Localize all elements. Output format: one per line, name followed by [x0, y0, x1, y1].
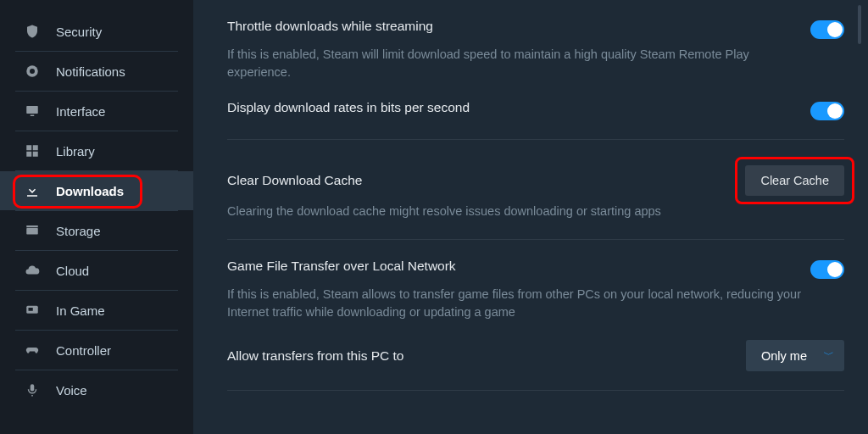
setting-allow-transfers-from: Allow transfers from this PC to Only me … [227, 321, 844, 371]
bell-badge-icon [24, 63, 41, 80]
toggle-knob [827, 22, 843, 37]
svg-rect-2 [26, 106, 38, 114]
svg-rect-9 [26, 225, 38, 227]
sidebar-item-in-game[interactable]: In Game [0, 291, 193, 330]
select-value: Only me [761, 349, 807, 363]
toggle-knob [827, 262, 843, 277]
toggle-bits[interactable] [810, 102, 844, 120]
svg-rect-7 [33, 152, 38, 157]
setting-throttle-while-streaming: Throttle downloads while streaming If th… [227, 0, 844, 81]
clear-cache-button[interactable]: Clear Cache [745, 165, 844, 196]
settings-content: Throttle downloads while streaming If th… [193, 0, 868, 434]
setting-description: Clearing the download cache might resolv… [227, 196, 804, 220]
allow-transfers-select[interactable]: Only me 〉 [746, 340, 844, 371]
setting-game-file-transfer: Game File Transfer over Local Network If… [227, 240, 844, 321]
microphone-icon [24, 381, 41, 398]
sidebar-item-storage[interactable]: Storage [0, 211, 193, 250]
download-icon [24, 182, 41, 199]
sidebar-item-label: In Game [56, 303, 105, 318]
grid-icon [24, 142, 41, 159]
shield-icon [24, 23, 41, 40]
chevron-down-icon: 〉 [821, 351, 835, 361]
svg-point-1 [30, 69, 35, 74]
sidebar-item-label: Security [56, 25, 102, 39]
sidebar-item-label: Storage [56, 224, 101, 238]
sidebar-item-label: Notifications [56, 64, 125, 79]
sidebar-item-label: Voice [56, 383, 87, 398]
cloud-sync-icon [24, 262, 41, 279]
setting-clear-download-cache: Clear Download Cache Clear Cache Clearin… [227, 140, 844, 220]
gamepad-icon [24, 342, 41, 359]
monitor-icon [24, 103, 41, 120]
setting-title: Allow transfers from this PC to [227, 348, 403, 364]
setting-title: Game File Transfer over Local Network [227, 259, 456, 274]
sidebar-item-label: Library [56, 144, 95, 159]
svg-rect-12 [31, 384, 35, 391]
sidebar-item-library[interactable]: Library [0, 131, 193, 170]
svg-rect-8 [26, 228, 38, 235]
setting-display-rates-bits: Display download rates in bits per secon… [227, 81, 844, 120]
toggle-game-file-transfer[interactable] [810, 260, 844, 279]
sidebar-item-downloads[interactable]: Downloads [0, 171, 193, 210]
sidebar-item-label: Controller [56, 343, 111, 358]
settings-window: Security Notifications Interface Library… [0, 0, 868, 434]
toggle-knob [827, 103, 843, 119]
sidebar-item-controller[interactable]: Controller [0, 331, 193, 370]
separator [227, 390, 844, 391]
svg-rect-6 [26, 152, 31, 157]
scrollbar[interactable] [858, 5, 861, 429]
sidebar-item-label: Cloud [56, 264, 89, 278]
sidebar-item-voice[interactable]: Voice [0, 370, 193, 409]
sidebar-item-notifications[interactable]: Notifications [0, 52, 193, 91]
settings-sidebar: Security Notifications Interface Library… [0, 0, 193, 434]
setting-title: Throttle downloads while streaming [227, 19, 433, 34]
sidebar-item-cloud[interactable]: Cloud [0, 251, 193, 290]
sidebar-item-interface[interactable]: Interface [0, 92, 193, 131]
sidebar-item-label: Interface [56, 104, 105, 119]
svg-rect-3 [31, 115, 35, 117]
setting-description: If this is enabled, Steam allows to tran… [227, 279, 804, 321]
scrollbar-thumb[interactable] [858, 5, 861, 44]
setting-title: Clear Download Cache [227, 173, 362, 188]
svg-rect-5 [33, 145, 38, 150]
setting-title: Display download rates in bits per secon… [227, 100, 470, 115]
toggle-throttle[interactable] [810, 20, 844, 39]
drive-icon [24, 222, 41, 239]
sidebar-item-security[interactable]: Security [0, 12, 193, 51]
sidebar-item-label: Downloads [56, 184, 124, 198]
setting-description: If this is enabled, Steam will limit dow… [227, 39, 804, 81]
svg-rect-11 [29, 308, 33, 311]
overlay-icon [24, 302, 41, 319]
svg-rect-4 [26, 145, 31, 150]
